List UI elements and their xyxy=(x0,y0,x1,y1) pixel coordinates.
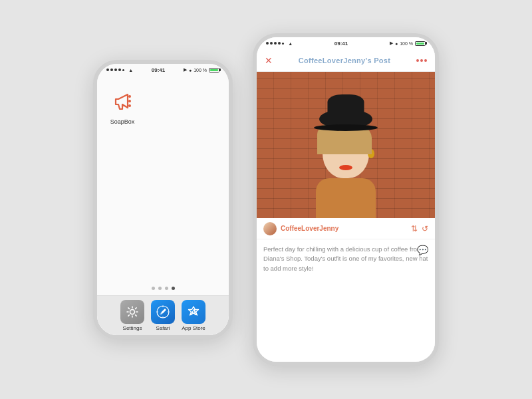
hat xyxy=(319,109,372,129)
appstore-label: App Store xyxy=(182,325,205,331)
phone-right: ▲ 09:41 ▶ ● 100 % ✕ CoffeeLoverJenny's P… xyxy=(253,33,439,366)
battery-area-right: ▶ ● 100 % xyxy=(390,41,426,46)
post-actions: ⇅ ↺ xyxy=(411,224,428,233)
signal-area: ▲ xyxy=(106,67,133,73)
safari-label: Safari xyxy=(156,325,170,331)
svg-point-0 xyxy=(128,95,131,98)
signal-dot-4 xyxy=(118,68,121,71)
wifi-icon-right: ▲ xyxy=(288,41,293,46)
page-dot-3 xyxy=(165,287,168,290)
megaphone-svg xyxy=(109,88,136,114)
location-icon: ▶ xyxy=(184,67,187,72)
dock: Settings Safari xyxy=(97,295,229,335)
signal-dot-3 xyxy=(114,68,117,71)
safari-icon xyxy=(151,300,175,324)
nav-bar: ✕ CoffeeLoverJenny's Post xyxy=(257,49,435,72)
close-button[interactable]: ✕ xyxy=(265,55,273,66)
page-dot-1 xyxy=(152,287,155,290)
battery-icon-right xyxy=(415,41,426,46)
home-screen: SoapBox Settings xyxy=(97,76,229,335)
settings-label: Settings xyxy=(123,325,142,331)
status-bar-left: ▲ 09:41 ▶ ● 100 % xyxy=(97,64,229,76)
soapbox-icon-image xyxy=(108,86,137,116)
post-content: Perfect day for chilling with a deliciou… xyxy=(257,239,435,362)
lips xyxy=(339,165,352,170)
author-name[interactable]: CoffeeLoverJenny xyxy=(281,225,407,232)
repost-icon[interactable]: ↺ xyxy=(422,224,428,233)
battery-fill-left xyxy=(210,69,218,71)
dock-safari[interactable]: Safari xyxy=(151,300,175,331)
more-dot-1 xyxy=(416,59,419,62)
body xyxy=(316,178,376,218)
user-figure xyxy=(316,109,376,218)
author-avatar xyxy=(263,222,277,235)
post-text: Perfect day for chilling with a deliciou… xyxy=(263,245,428,273)
battery-pct-right: 100 % xyxy=(400,41,413,46)
more-button[interactable] xyxy=(416,59,427,62)
dock-appstore[interactable]: A App Store xyxy=(182,300,205,331)
nav-title: CoffeeLoverJenny's Post xyxy=(299,57,391,65)
battery-area-left: ▶ ● 100 % xyxy=(184,67,219,72)
page-dot-4 xyxy=(172,287,175,290)
clock-right: 09:41 xyxy=(334,41,348,47)
more-dot-3 xyxy=(424,59,427,62)
settings-icon xyxy=(120,300,144,324)
compass-svg xyxy=(155,304,171,320)
svg-point-2 xyxy=(128,104,131,107)
status-bar-right: ▲ 09:41 ▶ ● 100 % xyxy=(257,37,435,49)
app-grid: SoapBox xyxy=(97,86,229,125)
more-dot-2 xyxy=(420,59,423,62)
r-sig-4 xyxy=(278,42,281,45)
r-sig-3 xyxy=(274,42,277,45)
r-sig-2 xyxy=(270,42,273,45)
signal-dot-2 xyxy=(110,68,113,71)
like-icon[interactable]: ⇅ xyxy=(411,224,418,233)
soapbox-label: SoapBox xyxy=(110,118,135,125)
wifi-icon: ▲ xyxy=(128,68,133,72)
svg-point-1 xyxy=(128,100,131,102)
post-image xyxy=(257,72,435,218)
battery-icon-left xyxy=(209,68,219,72)
r-sig-5 xyxy=(282,43,284,45)
signal-dot-1 xyxy=(106,68,109,71)
signal-area-right: ▲ xyxy=(266,41,293,47)
location-icon-right: ▶ xyxy=(390,41,393,46)
gear-svg xyxy=(125,305,140,319)
dock-settings[interactable]: Settings xyxy=(120,300,144,331)
battery-fill-right xyxy=(416,43,424,45)
lock-icon-right: ● xyxy=(395,41,398,46)
comment-icon[interactable]: 💬 xyxy=(417,245,428,255)
signal-dot-5 xyxy=(122,69,124,71)
clock-left: 09:41 xyxy=(152,67,165,73)
post-author-bar: CoffeeLoverJenny ⇅ ↺ xyxy=(257,218,435,239)
lock-icon: ● xyxy=(189,68,192,72)
face xyxy=(323,124,369,178)
appstore-icon: A xyxy=(182,300,205,324)
svg-point-3 xyxy=(130,310,135,315)
page-dot-2 xyxy=(158,287,162,290)
battery-pct-left: 100 % xyxy=(194,68,207,72)
phone-left: ▲ 09:41 ▶ ● 100 % xyxy=(93,60,233,339)
r-sig-1 xyxy=(266,42,269,45)
svg-marker-6 xyxy=(160,310,165,315)
soapbox-app-icon[interactable]: SoapBox xyxy=(108,86,137,125)
page-dots xyxy=(152,287,175,290)
